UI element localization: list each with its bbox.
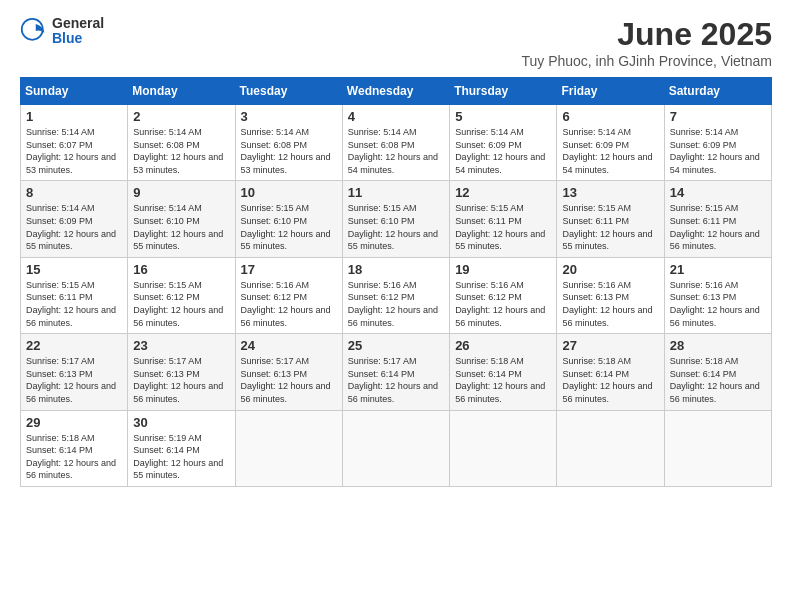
title-block: June 2025 Tuy Phuoc, inh GJinh Province,… bbox=[521, 16, 772, 69]
week-row-4: 22 Sunrise: 5:17 AMSunset: 6:13 PMDaylig… bbox=[21, 334, 772, 410]
day-number: 7 bbox=[670, 109, 766, 124]
day-number: 27 bbox=[562, 338, 658, 353]
day-number: 6 bbox=[562, 109, 658, 124]
calendar-table: Sunday Monday Tuesday Wednesday Thursday… bbox=[20, 77, 772, 487]
day-cell-17: 17 Sunrise: 5:16 AMSunset: 6:12 PMDaylig… bbox=[235, 257, 342, 333]
day-number: 21 bbox=[670, 262, 766, 277]
day-number: 25 bbox=[348, 338, 444, 353]
day-info: Sunrise: 5:14 AMSunset: 6:09 PMDaylight:… bbox=[455, 126, 551, 176]
day-number: 5 bbox=[455, 109, 551, 124]
day-number: 9 bbox=[133, 185, 229, 200]
empty-cell bbox=[342, 410, 449, 486]
day-number: 24 bbox=[241, 338, 337, 353]
day-info: Sunrise: 5:18 AMSunset: 6:14 PMDaylight:… bbox=[670, 355, 766, 405]
header-thursday: Thursday bbox=[450, 78, 557, 105]
week-row-1: 1 Sunrise: 5:14 AMSunset: 6:07 PMDayligh… bbox=[21, 105, 772, 181]
day-info: Sunrise: 5:19 AMSunset: 6:14 PMDaylight:… bbox=[133, 432, 229, 482]
day-info: Sunrise: 5:17 AMSunset: 6:13 PMDaylight:… bbox=[241, 355, 337, 405]
day-number: 1 bbox=[26, 109, 122, 124]
day-info: Sunrise: 5:15 AMSunset: 6:11 PMDaylight:… bbox=[26, 279, 122, 329]
logo-text: General Blue bbox=[52, 16, 104, 47]
empty-cell bbox=[664, 410, 771, 486]
day-info: Sunrise: 5:17 AMSunset: 6:14 PMDaylight:… bbox=[348, 355, 444, 405]
day-cell-26: 26 Sunrise: 5:18 AMSunset: 6:14 PMDaylig… bbox=[450, 334, 557, 410]
day-cell-21: 21 Sunrise: 5:16 AMSunset: 6:13 PMDaylig… bbox=[664, 257, 771, 333]
day-cell-15: 15 Sunrise: 5:15 AMSunset: 6:11 PMDaylig… bbox=[21, 257, 128, 333]
day-number: 11 bbox=[348, 185, 444, 200]
day-cell-20: 20 Sunrise: 5:16 AMSunset: 6:13 PMDaylig… bbox=[557, 257, 664, 333]
day-number: 8 bbox=[26, 185, 122, 200]
header-saturday: Saturday bbox=[664, 78, 771, 105]
day-info: Sunrise: 5:16 AMSunset: 6:13 PMDaylight:… bbox=[670, 279, 766, 329]
day-number: 30 bbox=[133, 415, 229, 430]
day-info: Sunrise: 5:16 AMSunset: 6:12 PMDaylight:… bbox=[348, 279, 444, 329]
day-info: Sunrise: 5:15 AMSunset: 6:10 PMDaylight:… bbox=[241, 202, 337, 252]
header-wednesday: Wednesday bbox=[342, 78, 449, 105]
day-cell-25: 25 Sunrise: 5:17 AMSunset: 6:14 PMDaylig… bbox=[342, 334, 449, 410]
day-number: 12 bbox=[455, 185, 551, 200]
day-number: 20 bbox=[562, 262, 658, 277]
day-number: 26 bbox=[455, 338, 551, 353]
day-cell-28: 28 Sunrise: 5:18 AMSunset: 6:14 PMDaylig… bbox=[664, 334, 771, 410]
day-cell-24: 24 Sunrise: 5:17 AMSunset: 6:13 PMDaylig… bbox=[235, 334, 342, 410]
day-info: Sunrise: 5:16 AMSunset: 6:12 PMDaylight:… bbox=[455, 279, 551, 329]
day-cell-2: 2 Sunrise: 5:14 AMSunset: 6:08 PMDayligh… bbox=[128, 105, 235, 181]
header-friday: Friday bbox=[557, 78, 664, 105]
day-info: Sunrise: 5:14 AMSunset: 6:09 PMDaylight:… bbox=[562, 126, 658, 176]
day-info: Sunrise: 5:15 AMSunset: 6:11 PMDaylight:… bbox=[562, 202, 658, 252]
header-monday: Monday bbox=[128, 78, 235, 105]
day-number: 13 bbox=[562, 185, 658, 200]
day-number: 17 bbox=[241, 262, 337, 277]
day-cell-4: 4 Sunrise: 5:14 AMSunset: 6:08 PMDayligh… bbox=[342, 105, 449, 181]
day-number: 10 bbox=[241, 185, 337, 200]
day-cell-22: 22 Sunrise: 5:17 AMSunset: 6:13 PMDaylig… bbox=[21, 334, 128, 410]
week-row-3: 15 Sunrise: 5:15 AMSunset: 6:11 PMDaylig… bbox=[21, 257, 772, 333]
day-info: Sunrise: 5:15 AMSunset: 6:11 PMDaylight:… bbox=[670, 202, 766, 252]
day-cell-9: 9 Sunrise: 5:14 AMSunset: 6:10 PMDayligh… bbox=[128, 181, 235, 257]
day-info: Sunrise: 5:16 AMSunset: 6:12 PMDaylight:… bbox=[241, 279, 337, 329]
day-cell-29: 29 Sunrise: 5:18 AMSunset: 6:14 PMDaylig… bbox=[21, 410, 128, 486]
day-number: 19 bbox=[455, 262, 551, 277]
day-number: 23 bbox=[133, 338, 229, 353]
day-info: Sunrise: 5:14 AMSunset: 6:07 PMDaylight:… bbox=[26, 126, 122, 176]
day-info: Sunrise: 5:15 AMSunset: 6:12 PMDaylight:… bbox=[133, 279, 229, 329]
day-cell-19: 19 Sunrise: 5:16 AMSunset: 6:12 PMDaylig… bbox=[450, 257, 557, 333]
logo-blue-text: Blue bbox=[52, 31, 104, 46]
day-cell-16: 16 Sunrise: 5:15 AMSunset: 6:12 PMDaylig… bbox=[128, 257, 235, 333]
day-info: Sunrise: 5:15 AMSunset: 6:11 PMDaylight:… bbox=[455, 202, 551, 252]
day-cell-23: 23 Sunrise: 5:17 AMSunset: 6:13 PMDaylig… bbox=[128, 334, 235, 410]
day-number: 16 bbox=[133, 262, 229, 277]
day-info: Sunrise: 5:18 AMSunset: 6:14 PMDaylight:… bbox=[562, 355, 658, 405]
empty-cell bbox=[557, 410, 664, 486]
logo: General Blue bbox=[20, 16, 104, 47]
day-cell-13: 13 Sunrise: 5:15 AMSunset: 6:11 PMDaylig… bbox=[557, 181, 664, 257]
day-number: 3 bbox=[241, 109, 337, 124]
calendar-title: June 2025 bbox=[521, 16, 772, 53]
empty-cell bbox=[235, 410, 342, 486]
day-info: Sunrise: 5:14 AMSunset: 6:08 PMDaylight:… bbox=[133, 126, 229, 176]
day-cell-1: 1 Sunrise: 5:14 AMSunset: 6:07 PMDayligh… bbox=[21, 105, 128, 181]
day-info: Sunrise: 5:14 AMSunset: 6:09 PMDaylight:… bbox=[26, 202, 122, 252]
header-sunday: Sunday bbox=[21, 78, 128, 105]
day-info: Sunrise: 5:17 AMSunset: 6:13 PMDaylight:… bbox=[133, 355, 229, 405]
day-info: Sunrise: 5:18 AMSunset: 6:14 PMDaylight:… bbox=[455, 355, 551, 405]
day-info: Sunrise: 5:14 AMSunset: 6:08 PMDaylight:… bbox=[241, 126, 337, 176]
day-number: 15 bbox=[26, 262, 122, 277]
day-cell-27: 27 Sunrise: 5:18 AMSunset: 6:14 PMDaylig… bbox=[557, 334, 664, 410]
day-cell-8: 8 Sunrise: 5:14 AMSunset: 6:09 PMDayligh… bbox=[21, 181, 128, 257]
header-tuesday: Tuesday bbox=[235, 78, 342, 105]
day-number: 22 bbox=[26, 338, 122, 353]
day-info: Sunrise: 5:17 AMSunset: 6:13 PMDaylight:… bbox=[26, 355, 122, 405]
day-number: 29 bbox=[26, 415, 122, 430]
day-info: Sunrise: 5:16 AMSunset: 6:13 PMDaylight:… bbox=[562, 279, 658, 329]
day-cell-12: 12 Sunrise: 5:15 AMSunset: 6:11 PMDaylig… bbox=[450, 181, 557, 257]
day-cell-7: 7 Sunrise: 5:14 AMSunset: 6:09 PMDayligh… bbox=[664, 105, 771, 181]
day-cell-5: 5 Sunrise: 5:14 AMSunset: 6:09 PMDayligh… bbox=[450, 105, 557, 181]
logo-general-text: General bbox=[52, 16, 104, 31]
empty-cell bbox=[450, 410, 557, 486]
day-number: 2 bbox=[133, 109, 229, 124]
day-info: Sunrise: 5:14 AMSunset: 6:09 PMDaylight:… bbox=[670, 126, 766, 176]
day-info: Sunrise: 5:18 AMSunset: 6:14 PMDaylight:… bbox=[26, 432, 122, 482]
day-cell-11: 11 Sunrise: 5:15 AMSunset: 6:10 PMDaylig… bbox=[342, 181, 449, 257]
day-info: Sunrise: 5:14 AMSunset: 6:08 PMDaylight:… bbox=[348, 126, 444, 176]
